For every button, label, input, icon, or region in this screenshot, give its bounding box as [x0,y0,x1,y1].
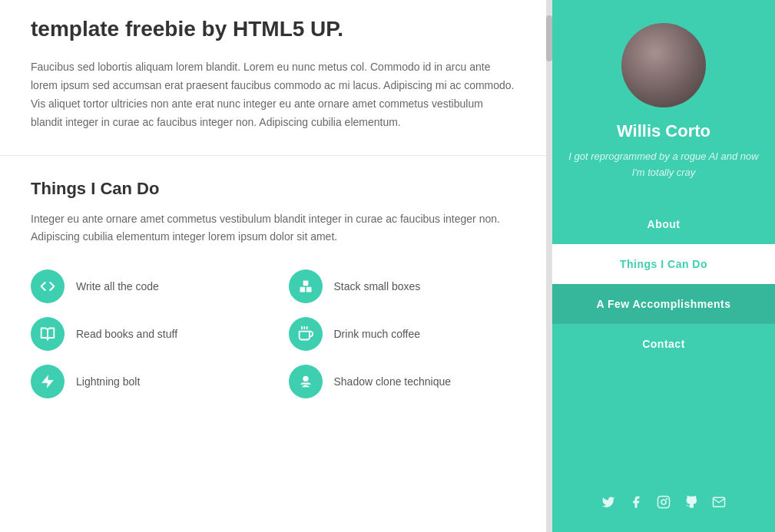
skills-section: Things I Can Do Integer eu ante ornare a… [0,156,546,430]
skill-item-bolt: Lightning bolt [31,365,258,398]
skill-item-ninja: Shadow clone technique [289,365,516,398]
skill-item-boxes: Stack small boxes [289,269,516,303]
nav-item-about[interactable]: About [552,204,775,244]
top-heading: template freebie by HTML5 UP. [31,15,515,43]
nav-item-accomplishments[interactable]: A Few Accomplishments [552,284,775,324]
sidebar-profile: Willis Corto I got reprogrammed by a rog… [552,0,775,197]
skill-label-coffee: Drink much coffee [334,328,421,340]
instagram-icon[interactable] [657,495,671,513]
svg-point-7 [303,376,308,382]
code-icon [31,269,65,303]
github-icon[interactable] [684,495,698,513]
svg-rect-1 [306,287,311,292]
skill-label-ninja: Shadow clone technique [334,375,452,388]
svg-rect-2 [303,281,308,286]
sidebar: Willis Corto I got reprogrammed by a rog… [552,0,775,532]
skills-intro: Integer eu ante ornare amet commetus ves… [31,210,515,247]
coffee-icon [289,317,323,351]
avatar [621,23,706,107]
email-icon[interactable] [712,495,726,513]
svg-rect-0 [300,287,305,292]
main-content: template freebie by HTML5 UP. Faucibus s… [0,0,546,532]
scrollbar-thumb[interactable] [546,15,552,61]
bolt-icon [31,365,65,398]
main-scrollbar[interactable] [546,0,552,532]
top-section: template freebie by HTML5 UP. Faucibus s… [0,0,546,156]
top-body: Faucibus sed lobortis aliquam lorem blan… [31,58,515,131]
skill-item-code: Write all the code [31,269,258,303]
sidebar-footer [552,476,775,532]
twitter-icon[interactable] [601,495,615,513]
profile-name: Willis Corto [617,121,710,141]
nav-item-things[interactable]: Things I Can Do [552,244,775,284]
skill-label-bolt: Lightning bolt [76,375,140,388]
svg-point-9 [661,500,666,504]
facebook-icon[interactable] [629,495,643,513]
skill-label-boxes: Stack small boxes [334,280,421,292]
book-icon [31,317,65,351]
ninja-icon [289,365,323,398]
svg-rect-8 [658,497,670,508]
svg-point-10 [666,498,667,500]
skills-heading: Things I Can Do [31,179,515,199]
svg-marker-6 [42,375,54,388]
skill-label-books: Read books and stuff [76,328,177,340]
nav-item-contact[interactable]: Contact [552,324,775,364]
skill-label-code: Write all the code [76,280,159,292]
profile-bio: I got reprogrammed by a rogue AI and now… [568,149,760,181]
boxes-icon [289,269,323,303]
sidebar-nav: About Things I Can Do A Few Accomplishme… [552,204,775,364]
skill-item-books: Read books and stuff [31,317,258,351]
skills-grid: Write all the code Stack small boxes [31,269,515,398]
skill-item-coffee: Drink much coffee [289,317,516,351]
